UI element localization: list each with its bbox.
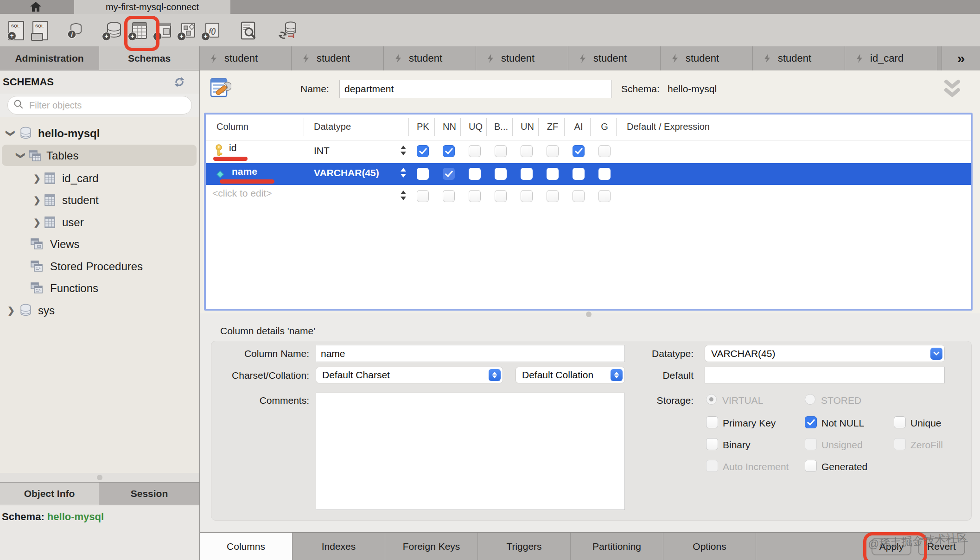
checkbox-un[interactable]: [521, 168, 533, 180]
tab-overflow-button[interactable]: »: [942, 46, 980, 70]
checkbox-pk[interactable]: [417, 190, 429, 202]
checkbox-uq[interactable]: [469, 168, 481, 180]
checkbox-not-null[interactable]: [805, 416, 817, 428]
tree-item-user[interactable]: ❯ user: [0, 211, 199, 233]
checkbox-g[interactable]: [598, 168, 611, 180]
checkbox-b[interactable]: [495, 190, 507, 202]
sidebar-tab-session[interactable]: Session: [99, 482, 199, 505]
open-sql-file-icon[interactable]: SQL: [29, 19, 51, 42]
col-header-pk[interactable]: PK: [417, 121, 429, 132]
bottom-tab-columns[interactable]: Columns: [200, 533, 293, 560]
col-header-column[interactable]: Column: [216, 121, 248, 132]
checkbox-pk[interactable]: [417, 168, 429, 180]
col-header-g[interactable]: G: [598, 121, 611, 132]
filter-input[interactable]: [28, 100, 169, 111]
editor-tab-student-7[interactable]: student: [753, 46, 845, 70]
checkbox-pk[interactable]: [417, 145, 429, 157]
tree-item-student[interactable]: ❯ student: [0, 189, 199, 211]
tree-item-id-card[interactable]: ❯ id_card: [0, 167, 199, 189]
editor-tab-student-6[interactable]: student: [661, 46, 753, 70]
col-header-default[interactable]: Default / Expression: [627, 121, 710, 132]
chevron-right-icon[interactable]: ❯: [7, 305, 15, 316]
datatype-stepper-icon[interactable]: [400, 191, 407, 200]
tree-item-hello-mysql[interactable]: ❯ hello-mysql: [0, 122, 199, 144]
refresh-icon[interactable]: [172, 75, 186, 91]
checkbox-zerofill[interactable]: [894, 438, 906, 450]
column-name-cell[interactable]: name: [232, 166, 257, 177]
checkbox-g[interactable]: [598, 190, 611, 202]
grid-row-id[interactable]: id INT: [206, 140, 971, 163]
sidebar-tab-schemas[interactable]: Schemas: [99, 46, 199, 70]
tree-item-tables[interactable]: ❯ Tables: [0, 145, 199, 166]
checkbox-ai[interactable]: [573, 145, 585, 157]
checkbox-auto-increment[interactable]: [706, 460, 718, 472]
bottom-tab-indexes[interactable]: Indexes: [293, 533, 385, 560]
charset-select[interactable]: Default Charset: [316, 367, 503, 383]
checkbox-b[interactable]: [495, 145, 507, 157]
datatype-stepper-icon[interactable]: [400, 146, 407, 155]
col-header-ai[interactable]: AI: [573, 121, 585, 132]
editor-tab-student-5[interactable]: student: [568, 46, 661, 70]
default-input[interactable]: [705, 367, 945, 383]
radio-stored[interactable]: [805, 394, 815, 405]
home-icon[interactable]: [29, 0, 43, 15]
create-view-icon[interactable]: +: [153, 19, 175, 42]
checkbox-unique[interactable]: [894, 416, 906, 428]
datatype-cell[interactable]: INT: [314, 145, 330, 156]
tree-item-views[interactable]: Views: [0, 233, 199, 255]
tree-item-functions[interactable]: Functions: [0, 277, 199, 299]
sidebar-tab-object-info[interactable]: Object Info: [0, 482, 99, 505]
bottom-tab-partitioning[interactable]: Partitioning: [571, 533, 663, 560]
tree-item-sys[interactable]: ❯ sys: [0, 299, 199, 321]
checkbox-zf[interactable]: [547, 190, 559, 202]
checkbox-uq[interactable]: [469, 190, 481, 202]
editor-splitter-handle[interactable]: [586, 312, 592, 317]
datatype-combo[interactable]: VARCHAR(45): [705, 345, 945, 362]
checkbox-b[interactable]: [495, 168, 507, 180]
sidebar-splitter[interactable]: [0, 473, 199, 482]
reconnect-dbms-icon[interactable]: [276, 19, 299, 42]
new-column-placeholder[interactable]: <click to edit>: [212, 188, 272, 199]
chevron-right-icon[interactable]: ❯: [33, 173, 41, 184]
inspector-info-icon[interactable]: i: [64, 19, 86, 42]
checkbox-generated[interactable]: [805, 460, 817, 472]
create-table-icon[interactable]: +: [128, 19, 150, 42]
chevron-right-icon[interactable]: ❯: [33, 217, 41, 228]
search-data-icon[interactable]: [237, 19, 260, 42]
double-chevron-down-icon[interactable]: [942, 78, 962, 104]
bottom-tab-triggers[interactable]: Triggers: [478, 533, 571, 560]
bottom-tab-foreign-keys[interactable]: Foreign Keys: [385, 533, 478, 560]
editor-tab-student-3[interactable]: student: [384, 46, 476, 70]
chevron-right-icon[interactable]: ❯: [33, 195, 41, 205]
comments-textarea[interactable]: [316, 393, 625, 510]
editor-tab-student-2[interactable]: student: [292, 46, 384, 70]
editor-tab-student-4[interactable]: student: [476, 46, 568, 70]
grid-row-name-selected[interactable]: name VARCHAR(45): [206, 163, 971, 185]
checkbox-nn[interactable]: [443, 145, 455, 157]
grid-row-new[interactable]: <click to edit>: [206, 185, 971, 208]
checkbox-g[interactable]: [598, 145, 611, 157]
col-header-b[interactable]: B...: [494, 121, 509, 132]
col-header-uq[interactable]: UQ: [469, 121, 481, 132]
create-schema-icon[interactable]: +: [102, 19, 124, 42]
column-name-input[interactable]: [316, 345, 625, 362]
col-header-un[interactable]: UN: [521, 121, 533, 132]
checkbox-un[interactable]: [521, 190, 533, 202]
datatype-cell[interactable]: VARCHAR(45): [314, 167, 379, 178]
checkbox-uq[interactable]: [469, 145, 481, 157]
checkbox-zf[interactable]: [547, 168, 559, 180]
col-header-zf[interactable]: ZF: [547, 121, 559, 132]
radio-virtual[interactable]: [706, 394, 717, 405]
checkbox-primary-key[interactable]: [706, 416, 718, 428]
checkbox-unsigned[interactable]: [805, 438, 817, 450]
sidebar-tab-administration[interactable]: Administration: [0, 46, 99, 70]
checkbox-zf[interactable]: [547, 145, 559, 157]
checkbox-ai[interactable]: [573, 168, 585, 180]
col-header-datatype[interactable]: Datatype: [314, 121, 351, 132]
editor-tab-student-1[interactable]: student: [199, 46, 292, 70]
col-header-nn[interactable]: NN: [443, 121, 455, 132]
table-name-input[interactable]: [339, 80, 612, 98]
checkbox-un[interactable]: [521, 145, 533, 157]
new-sql-tab-icon[interactable]: SQL+: [5, 19, 27, 42]
checkbox-binary[interactable]: [706, 438, 718, 450]
